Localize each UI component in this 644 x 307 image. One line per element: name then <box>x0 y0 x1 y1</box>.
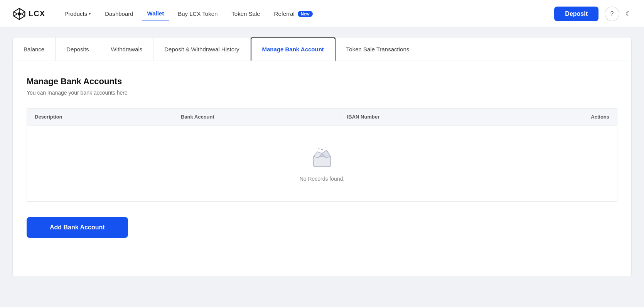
question-icon: ? <box>610 10 614 17</box>
col-bank-account: Bank Account <box>173 109 339 126</box>
main-panel: Manage Bank Accounts You can manage your… <box>12 61 632 277</box>
tab-balance[interactable]: Balance <box>13 37 56 61</box>
navbar: LCX Products ▾ Dashboard Wallet Buy LCX … <box>0 0 644 28</box>
col-iban: IBAN Number <box>339 109 502 126</box>
logo-icon <box>12 7 26 21</box>
theme-toggle-button[interactable]: ☾ <box>625 10 632 18</box>
add-bank-account-button[interactable]: Add Bank Account <box>27 217 128 238</box>
nav-item-products[interactable]: Products ▾ <box>59 7 96 20</box>
nav-right: Deposit ? ☾ <box>554 7 632 21</box>
nav-item-dashboard[interactable]: Dashboard <box>99 7 138 20</box>
nav-item-wallet[interactable]: Wallet <box>142 7 170 20</box>
empty-state: No Records found. <box>27 126 617 201</box>
tab-token-sale-tx[interactable]: Token Sale Transactions <box>335 37 420 61</box>
tab-manage-bank[interactable]: Manage Bank Account <box>251 37 335 61</box>
tab-history[interactable]: Deposit & Withdrawal History <box>153 37 250 61</box>
empty-text: No Records found. <box>300 176 345 182</box>
nav-item-token-sale[interactable]: Token Sale <box>226 7 265 20</box>
brand-name: LCX <box>29 9 45 18</box>
svg-point-2 <box>325 147 325 148</box>
panel-subtitle: You can manage your bank accounts here <box>27 90 617 96</box>
tab-strip: Balance Deposits Withdrawals Deposit & W… <box>12 37 632 61</box>
tab-withdrawals[interactable]: Withdrawals <box>100 37 154 61</box>
svg-rect-0 <box>314 156 330 166</box>
panel-title: Manage Bank Accounts <box>27 76 617 87</box>
chevron-down-icon: ▾ <box>89 11 91 16</box>
empty-box-icon <box>310 145 334 170</box>
col-actions: Actions <box>502 109 617 126</box>
nav-item-buy-lcx[interactable]: Buy LCX Token <box>172 7 223 20</box>
nav-item-referral[interactable]: Referral New <box>269 7 318 20</box>
col-description: Description <box>27 109 173 126</box>
accounts-table: Description Bank Account IBAN Number Act… <box>27 108 617 202</box>
help-button[interactable]: ? <box>605 7 619 21</box>
referral-badge: New <box>298 11 313 17</box>
table-body: No Records found. <box>27 126 617 202</box>
deposit-button[interactable]: Deposit <box>554 7 598 21</box>
nav-links: Products ▾ Dashboard Wallet Buy LCX Toke… <box>59 7 554 20</box>
empty-row: No Records found. <box>27 126 617 202</box>
table-header: Description Bank Account IBAN Number Act… <box>27 109 617 126</box>
logo[interactable]: LCX <box>12 7 45 21</box>
content-area: Balance Deposits Withdrawals Deposit & W… <box>0 28 644 286</box>
svg-point-1 <box>319 148 320 149</box>
tab-deposits[interactable]: Deposits <box>56 37 100 61</box>
